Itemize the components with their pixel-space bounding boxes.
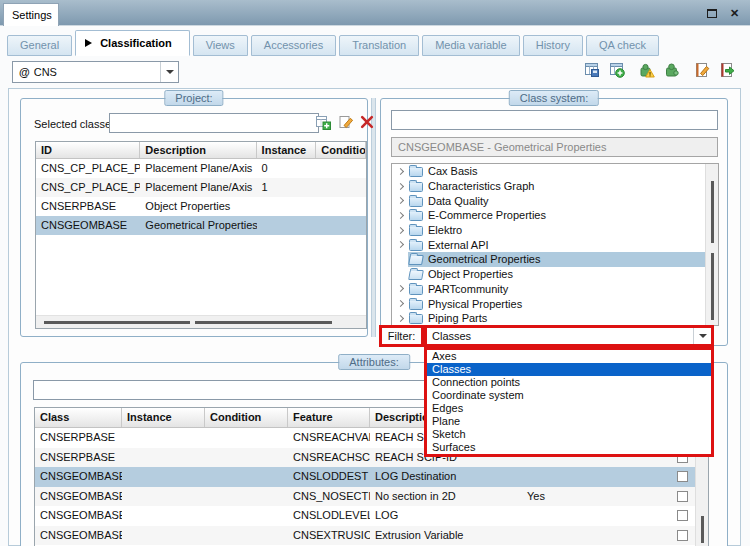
- expand-icon[interactable]: [396, 227, 403, 234]
- tab-media-variable[interactable]: Media variable: [422, 35, 520, 56]
- table-row-selected[interactable]: CNSGEOMBASE CNSLODDEST LOG Destination: [35, 467, 708, 487]
- row-checkbox[interactable]: [677, 510, 688, 521]
- tree-item-label: E-Commerce Properties: [428, 209, 546, 221]
- row-checkbox[interactable]: [677, 530, 688, 541]
- cell-value: [522, 467, 602, 487]
- vertical-splitter[interactable]: [371, 98, 376, 337]
- class-search-input[interactable]: [391, 110, 718, 130]
- filter-option-sketch[interactable]: Sketch: [427, 428, 711, 441]
- column-header-class[interactable]: Class: [35, 408, 122, 427]
- tree-item-selected[interactable]: Geometrical Properties: [392, 252, 718, 267]
- tree-item-label: External API: [428, 239, 489, 251]
- cell-instance: 0: [257, 159, 317, 178]
- attributes-group-label: Attributes:: [338, 354, 410, 370]
- row-checkbox[interactable]: [677, 471, 688, 482]
- filter-option-classes[interactable]: Classes: [427, 363, 711, 376]
- filter-combobox[interactable]: Classes: [424, 325, 714, 347]
- table-row[interactable]: CNSGEOMBASE CNSLODLEVEL LOG: [35, 506, 708, 526]
- notebook-edit-icon[interactable]: [694, 62, 710, 78]
- row-checkbox[interactable]: [677, 491, 688, 502]
- tab-history[interactable]: History: [523, 35, 583, 56]
- scheme-combobox[interactable]: @ CNS: [12, 61, 179, 83]
- scrollbar-thumb[interactable]: [711, 253, 714, 320]
- cell-description: Extrusion Variable: [370, 526, 522, 546]
- table-save-icon[interactable]: [584, 62, 600, 78]
- column-header-feature[interactable]: Feature: [288, 408, 370, 427]
- table-row-selected[interactable]: CNSGEOMBASE Geometrical Properties: [36, 216, 366, 235]
- column-header-instance[interactable]: Instance: [257, 142, 317, 158]
- tree-item[interactable]: Elektro: [392, 223, 718, 238]
- open-folder-icon: [408, 255, 424, 265]
- expand-icon[interactable]: [396, 212, 403, 219]
- cell-description: Placement Plane/Axis: [140, 159, 256, 178]
- add-class-icon[interactable]: [315, 114, 331, 130]
- close-icon: [730, 7, 739, 20]
- column-header-condition[interactable]: Condition: [205, 408, 288, 427]
- module-icon[interactable]: [664, 62, 680, 78]
- filter-option-surfaces[interactable]: Surfaces: [427, 441, 711, 454]
- delete-class-icon[interactable]: [359, 114, 375, 130]
- column-header-condition[interactable]: Condition: [316, 142, 366, 158]
- table-add-icon[interactable]: [609, 62, 625, 78]
- tree-item[interactable]: PARTcommunity: [392, 282, 718, 297]
- class-system-group: Class system: CNSGEOMBASE - Geometrical …: [380, 98, 728, 346]
- close-button[interactable]: [726, 5, 743, 21]
- expand-icon[interactable]: [396, 182, 403, 189]
- tab-classification[interactable]: Classification: [75, 30, 190, 56]
- filter-option-coordinate-system[interactable]: Coordinate system: [427, 389, 711, 402]
- vertical-scrollbar[interactable]: [705, 164, 718, 325]
- column-header-instance[interactable]: Instance: [122, 408, 205, 427]
- expand-icon[interactable]: [396, 197, 403, 204]
- filter-option-connection-points[interactable]: Connection points: [427, 376, 711, 389]
- expand-icon[interactable]: [396, 168, 403, 175]
- edit-class-icon[interactable]: [338, 114, 354, 130]
- expand-icon[interactable]: [396, 241, 403, 248]
- current-class-field: CNSGEOMBASE - Geometrical Properties: [391, 137, 718, 157]
- expand-icon[interactable]: [396, 285, 403, 292]
- scrollbar-thumb[interactable]: [701, 516, 704, 543]
- table-row[interactable]: CNS_CP_PLACE_PA Placement Plane/Axis 1: [36, 178, 366, 197]
- scrollbar-thumb[interactable]: [44, 321, 190, 324]
- tree-item[interactable]: Cax Basis: [392, 164, 718, 179]
- tree-item[interactable]: Object Properties: [392, 267, 718, 282]
- filter-label-text: Filter:: [388, 330, 416, 342]
- scrollbar-thumb[interactable]: [711, 181, 714, 243]
- expand-icon[interactable]: [396, 300, 403, 307]
- module-warning-icon[interactable]: [639, 62, 655, 78]
- horizontal-scrollbar[interactable]: [36, 315, 366, 328]
- selected-classes-input[interactable]: [109, 113, 319, 133]
- filter-option-plane[interactable]: Plane: [427, 415, 711, 428]
- tab-views[interactable]: Views: [193, 35, 248, 56]
- filter-option-axes[interactable]: Axes: [427, 350, 711, 363]
- tree-item[interactable]: E-Commerce Properties: [392, 208, 718, 223]
- column-header-id[interactable]: ID: [36, 142, 140, 158]
- cell-condition: [205, 428, 288, 448]
- cell-spacer: [602, 526, 674, 546]
- tree-item[interactable]: Data Quality: [392, 193, 718, 208]
- tree-item[interactable]: External API: [392, 237, 718, 252]
- tree-item-label: Elektro: [428, 224, 462, 236]
- cell-feature: CNSREACHSCI...: [288, 448, 370, 468]
- scheme-combobox-dropdown-button[interactable]: [160, 62, 178, 82]
- maximize-button[interactable]: [703, 5, 720, 21]
- tree-item[interactable]: Characteristics Graph: [392, 179, 718, 194]
- table-row[interactable]: CNS_CP_PLACE_PA Placement Plane/Axis 0: [36, 159, 366, 178]
- tab-translation[interactable]: Translation: [339, 35, 419, 56]
- table-row[interactable]: CNSGEOMBASE CNS_NOSECTION No section in …: [35, 487, 708, 507]
- table-row[interactable]: CNSGEOMBASE CNSEXTRUSIO... Extrusion Var…: [35, 526, 708, 546]
- tab-general[interactable]: General: [7, 35, 72, 56]
- tab-qa-check[interactable]: QA check: [586, 35, 659, 56]
- tab-accessories[interactable]: Accessories: [251, 35, 336, 56]
- table-row[interactable]: CNSERPBASE Object Properties: [36, 197, 366, 216]
- filter-option-edges[interactable]: Edges: [427, 402, 711, 415]
- scrollbar-thumb[interactable]: [195, 321, 332, 324]
- tree-item[interactable]: Piping Parts: [392, 311, 718, 326]
- filter-combobox-dropdown-button[interactable]: [693, 328, 711, 344]
- tree-item[interactable]: Physical Properties: [392, 296, 718, 311]
- column-header-description[interactable]: Description: [140, 142, 256, 158]
- notebook-export-icon[interactable]: [719, 62, 735, 78]
- cell-condition: [205, 526, 288, 546]
- expand-icon[interactable]: [396, 315, 403, 322]
- class-system-group-label: Class system:: [509, 90, 599, 106]
- cell-class: CNSGEOMBASE: [35, 526, 122, 546]
